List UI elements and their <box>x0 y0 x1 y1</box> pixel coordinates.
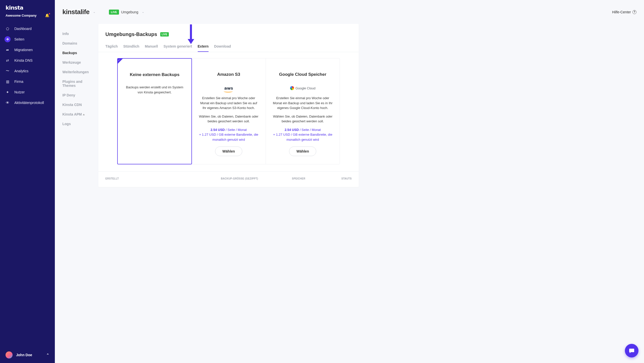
th-size: BACKUP-GRÖSSE (GEZIPPT) <box>203 177 276 180</box>
nav-dashboard[interactable]: ⬠Dashboard <box>0 23 55 34</box>
subnav-domains[interactable]: Domains <box>55 39 98 48</box>
swap-icon: ⇄ <box>5 57 11 63</box>
card-no-external[interactable]: Keine externen Backups Backups werden er… <box>117 58 192 164</box>
card-pricing: 2.54 USD / Seite / Monat + 1.27 USD / GB… <box>198 127 259 142</box>
brand-logo: KINSTA <box>0 5 55 13</box>
home-icon: ⬠ <box>5 26 11 32</box>
bell-icon[interactable]: 🔔 <box>45 13 49 17</box>
nav-label: Analytics <box>14 69 28 73</box>
nav-seiten[interactable]: ❖Seiten <box>0 34 55 45</box>
site-name: kinstalife <box>62 8 90 16</box>
th-storage: SPEICHER <box>276 177 321 180</box>
subnav-weiterleitungen[interactable]: Weiterleitungen <box>55 67 98 77</box>
subnav-backups[interactable]: Backups <box>55 48 98 58</box>
nav-nutzer[interactable]: ✦Nutzer <box>0 87 55 97</box>
card-desc: Erstellen Sie einmal pro Woche oder Mona… <box>272 96 333 111</box>
subnav-apm[interactable]: Kinsta APM <box>55 110 98 119</box>
card-desc: Backups werden erstellt und im System vo… <box>124 85 185 95</box>
subnav-plugins[interactable]: Plugins and Themes <box>55 77 98 90</box>
primary-sidebar: KINSTA Awesome Company 🔔 ⬠Dashboard ❖Sei… <box>0 0 55 204</box>
nav-analytics[interactable]: 〜Analytics <box>0 66 55 76</box>
panel-title: Umgebungs-Backups <box>105 31 157 37</box>
panel-header: Umgebungs-Backups LIVE <box>98 31 359 42</box>
card-pricing: 2.54 USD / Seite / Monat + 1.27 USD / GB… <box>272 127 333 142</box>
select-s3-button[interactable]: Wählen <box>215 147 242 156</box>
topbar: kinstalife ⌄ LIVE Umgebung ⌄ Hilfe-Cente… <box>55 0 362 24</box>
nav-label: Aktivitätenprotokoll <box>14 101 44 105</box>
layers-icon: ❖ <box>5 36 11 42</box>
card-title: Google Cloud Speicher <box>272 72 333 77</box>
company-name: Awesome Company <box>6 14 36 17</box>
card-desc: Wählen Sie, ob Dateien, Datenbank oder b… <box>272 114 333 124</box>
nav-label: Migrationen <box>14 48 33 52</box>
nav-firma[interactable]: ▥Firma <box>0 76 55 87</box>
nav-label: Seiten <box>14 37 24 41</box>
nav-activity[interactable]: 👁Aktivitätenprotokoll <box>0 97 55 108</box>
tab-system[interactable]: System generiert <box>164 42 192 52</box>
th-created: ERSTELLT <box>105 177 203 180</box>
tab-hourly[interactable]: Stündlich <box>123 42 139 52</box>
backup-table-header: ERSTELLT BACKUP-GRÖSSE (GEZIPPT) SPEICHE… <box>98 171 359 187</box>
primary-nav: ⬠Dashboard ❖Seiten ➦Migrationen ⇄Kinsta … <box>0 23 55 204</box>
subnav-info[interactable]: Info <box>55 29 98 39</box>
gcloud-logo-icon: Google Cloud <box>272 85 333 92</box>
tab-extern[interactable]: Extern <box>198 42 209 52</box>
env-label: Umgebung <box>121 10 138 14</box>
building-icon: ▥ <box>5 79 11 85</box>
card-desc: Wählen Sie, ob Dateien, Datenbank oder b… <box>198 114 259 124</box>
chart-icon: 〜 <box>5 68 11 74</box>
user-plus-icon: ✦ <box>5 89 11 95</box>
secondary-sidebar: Info Domains Backups Werkzeuge Weiterlei… <box>55 0 98 204</box>
tab-manual[interactable]: Manuell <box>145 42 158 52</box>
select-gcs-button[interactable]: Wählen <box>289 147 316 156</box>
nav-label: Kinsta DNS <box>14 58 32 62</box>
card-title: Amazon S3 <box>198 72 259 77</box>
aws-logo-icon: aws <box>198 85 259 92</box>
selected-check-icon <box>117 58 123 64</box>
nav-label: Nutzer <box>14 90 25 94</box>
new-indicator-icon <box>83 114 85 115</box>
card-google-cloud[interactable]: Google Cloud Speicher Google Cloud Erste… <box>266 58 340 164</box>
backup-option-cards: Keine externen Backups Backups werden er… <box>117 58 340 164</box>
site-subnav: Info Domains Backups Werkzeuge Weiterlei… <box>55 29 98 129</box>
backup-tabs: Täglich Stündlich Manuell System generie… <box>98 42 359 52</box>
env-badge: LIVE <box>109 10 119 15</box>
chevron-down-icon[interactable]: ⌄ <box>93 10 95 14</box>
nav-dns[interactable]: ⇄Kinsta DNS <box>0 55 55 66</box>
panel-env-badge: LIVE <box>160 32 169 37</box>
company-row[interactable]: Awesome Company 🔔 <box>0 13 55 23</box>
tab-daily[interactable]: Täglich <box>105 42 118 52</box>
card-amazon-s3[interactable]: Amazon S3 aws Erstellen Sie einmal pro W… <box>192 58 266 164</box>
th-status: STAUTS <box>321 177 352 180</box>
nav-label: Dashboard <box>14 27 32 31</box>
env-chevron-icon[interactable]: ⌄ <box>142 10 144 14</box>
eye-icon: 👁 <box>5 100 11 106</box>
nav-migrationen[interactable]: ➦Migrationen <box>0 45 55 55</box>
subnav-logs[interactable]: Logs <box>55 119 98 129</box>
subnav-werkzeuge[interactable]: Werkzeuge <box>55 58 98 67</box>
card-desc: Erstellen Sie einmal pro Woche oder Mona… <box>198 96 259 111</box>
subnav-ipdeny[interactable]: IP Deny <box>55 90 98 100</box>
card-title: Keine externen Backups <box>124 72 185 77</box>
main-panel: Umgebungs-Backups LIVE Täglich Stündlich… <box>98 24 359 187</box>
subnav-cdn[interactable]: Kinsta CDN <box>55 100 98 110</box>
nav-label: Firma <box>14 80 23 84</box>
arrow-icon: ➦ <box>5 47 11 53</box>
tab-download[interactable]: Download <box>214 42 231 52</box>
